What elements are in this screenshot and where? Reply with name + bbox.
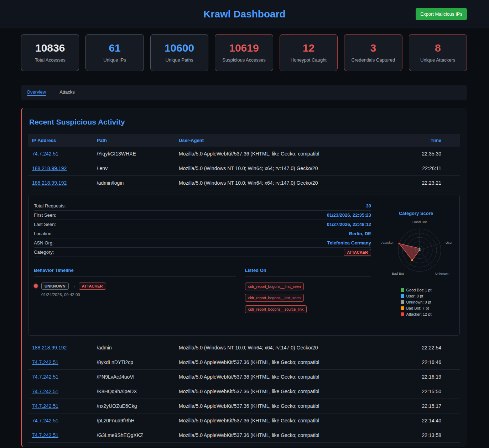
stat-card-unique-ips: 61Unique IPs bbox=[85, 34, 144, 71]
stat-card-credentials-captured: 3Credentials Captured bbox=[344, 34, 402, 71]
table-row[interactable]: 188.218.99.192/adminMozilla/5.0 (Windows… bbox=[28, 341, 460, 355]
legend-item: Bad Bot: 7 pt bbox=[401, 306, 432, 310]
cell-path: /G3Lme9ShEQgXKZ bbox=[93, 428, 175, 443]
stat-card-total-accesses: 10836Total Accesses bbox=[21, 34, 79, 71]
cell-ip: 188.218.99.192 bbox=[28, 341, 93, 355]
detail-field: Total Requests:39 bbox=[34, 201, 371, 211]
timeline-body: UNKNOWN→ATTACKER01/24/2026, 09:42:00 bbox=[41, 283, 106, 297]
ip-link[interactable]: 74.7.242.51 bbox=[32, 389, 58, 394]
cell-time: 22:22:54 bbox=[399, 341, 460, 355]
table-row[interactable]: 74.7.242.51/pLz0Fnua9fRhHMozilla/5.0 App… bbox=[28, 413, 460, 428]
stat-card-suspicious-accesses: 10619Suspicious Accesses bbox=[215, 34, 273, 71]
timeline-to-badge: ATTACKER bbox=[79, 283, 106, 290]
cell-time: 22:16:19 bbox=[399, 370, 460, 384]
field-value: Telefonica Germany bbox=[327, 240, 371, 246]
listed-on-badge[interactable]: cidr_report_bogons__last_seen bbox=[245, 294, 304, 302]
cell-path: /nx2yUOZuE6Ckg bbox=[93, 399, 175, 413]
field-label: Total Requests: bbox=[34, 203, 66, 209]
cell-user-agent: Mozilla/5.0 (Windows NT 10.0; Win64; x64… bbox=[175, 341, 399, 355]
stat-value: 10600 bbox=[154, 42, 205, 54]
cell-time: 22:23:21 bbox=[399, 176, 460, 190]
listed-on-badge[interactable]: cidr_report_bogons__first_seen bbox=[245, 283, 304, 290]
listed-on-badge[interactable]: cidr_report_bogons__source_link bbox=[245, 305, 307, 313]
svg-text:Good Bot: Good Bot bbox=[412, 220, 427, 224]
table-row[interactable]: 74.7.242.51/K8HQq9hAipeDXMozilla/5.0 App… bbox=[28, 384, 460, 399]
cell-time: 22:15:50 bbox=[399, 384, 460, 399]
cell-ip: 188.218.99.192 bbox=[28, 176, 93, 190]
cell-ip: 74.7.242.51 bbox=[28, 355, 93, 370]
tab-overview[interactable]: Overview bbox=[27, 89, 46, 96]
ip-link[interactable]: 74.7.242.51 bbox=[32, 403, 58, 409]
table-row[interactable]: 188.218.99.192/.envMozilla/5.0 (Windows … bbox=[28, 161, 460, 176]
cell-path: /8ykdLnDYTi2cp bbox=[93, 355, 175, 370]
field-label: First Seen: bbox=[34, 212, 56, 218]
ip-link[interactable]: 74.7.242.51 bbox=[32, 374, 58, 380]
ip-detail-left: Total Requests:39First Seen:01/23/2026, … bbox=[28, 195, 377, 335]
cell-user-agent: Mozilla/5.0 AppleWebKit/537.36 (KHTML, l… bbox=[175, 428, 399, 443]
ip-link[interactable]: 74.7.242.51 bbox=[32, 432, 58, 438]
ip-link[interactable]: 74.7.242.51 bbox=[32, 418, 58, 423]
legend-item: Attacker: 12 pt bbox=[401, 312, 432, 316]
stat-label: Credentials Captured bbox=[347, 57, 399, 63]
cell-user-agent: Mozilla/5.0 AppleWebKit/537.36 (KHTML, l… bbox=[175, 355, 399, 370]
table-row[interactable]: 74.7.242.51/YiqykGI13WHXEMozilla/5.0 App… bbox=[28, 147, 460, 161]
table-row[interactable]: 74.7.242.51/nx2yUOZuE6CkgMozilla/5.0 App… bbox=[28, 399, 460, 413]
cell-user-agent: Mozilla/5.0 AppleWebKit/537.36 (KHTML, l… bbox=[175, 399, 399, 413]
cell-ip: 74.7.242.51 bbox=[28, 413, 93, 428]
stat-label: Unique Paths bbox=[154, 57, 205, 63]
table-row[interactable]: 74.7.242.51/G3Lme9ShEQgXKZMozilla/5.0 Ap… bbox=[28, 428, 460, 443]
radar-chart: Good BotUserUnknownBad BotAttacker bbox=[377, 217, 462, 281]
category-score-section: Category Score Good BotUserUnknownBad Bo… bbox=[377, 195, 459, 335]
field-value: 01/23/2026, 22:35:23 bbox=[327, 212, 371, 218]
table-row[interactable]: 74.7.242.51/PN9LvAcJ4uoVfMozilla/5.0 App… bbox=[28, 370, 460, 384]
behavior-timeline-title: Behavior Timeline bbox=[34, 268, 236, 276]
ip-link[interactable]: 188.218.99.192 bbox=[32, 180, 67, 186]
timeline-timestamp: 01/24/2026, 09:42:00 bbox=[41, 292, 106, 297]
cell-time: 22:16:46 bbox=[399, 355, 460, 370]
legend-item: Unknown: 0 pt bbox=[401, 300, 432, 304]
detail-field: Last Seen:01/27/2026, 22:48:12 bbox=[34, 220, 371, 229]
field-label: Location: bbox=[34, 231, 53, 236]
stat-value: 12 bbox=[283, 42, 334, 54]
stat-value: 8 bbox=[412, 42, 464, 54]
timeline-events: UNKNOWN→ATTACKER01/24/2026, 09:42:00 bbox=[34, 283, 236, 297]
behavior-timeline-section: Behavior Timeline UNKNOWN→ATTACKER01/24/… bbox=[34, 268, 236, 313]
stat-card-unique-paths: 10600Unique Paths bbox=[150, 34, 208, 71]
cell-path: /YiqykGI13WHXE bbox=[93, 147, 175, 161]
listed-on-badges: cidr_report_bogons__first_seencidr_repor… bbox=[245, 283, 363, 313]
svg-text:Unknown: Unknown bbox=[435, 272, 449, 275]
ip-link[interactable]: 74.7.242.51 bbox=[32, 359, 58, 365]
stat-label: Total Accesses bbox=[24, 57, 76, 63]
column-header-ipaddress: IP Address bbox=[28, 134, 93, 147]
tab-attacks[interactable]: Attacks bbox=[59, 89, 75, 96]
cell-time: 22:13:58 bbox=[399, 428, 460, 443]
ip-link[interactable]: 74.7.242.51 bbox=[32, 151, 58, 157]
legend-label: Attacker: 12 pt bbox=[406, 312, 432, 316]
table-row[interactable]: 188.218.99.192/admin/loginMozilla/5.0 (W… bbox=[28, 176, 460, 190]
ip-link[interactable]: 188.218.99.192 bbox=[32, 165, 67, 171]
svg-text:User: User bbox=[446, 241, 453, 244]
cell-ip: 74.7.242.51 bbox=[28, 147, 93, 161]
table-body: 74.7.242.51/YiqykGI13WHXEMozilla/5.0 App… bbox=[28, 147, 460, 443]
legend-label: Bad Bot: 7 pt bbox=[406, 306, 429, 310]
legend-item: User: 0 pt bbox=[401, 294, 432, 298]
column-header-time: Time bbox=[399, 134, 460, 147]
ip-link[interactable]: 188.218.99.192 bbox=[32, 345, 67, 351]
legend-swatch bbox=[401, 300, 404, 304]
stat-card-unique-attackers: 8Unique Attackers bbox=[409, 34, 467, 71]
stat-label: Unique Attackers bbox=[412, 57, 464, 63]
timeline-event: UNKNOWN→ATTACKER01/24/2026, 09:42:00 bbox=[34, 283, 236, 297]
cell-ip: 188.218.99.192 bbox=[28, 161, 93, 176]
cell-user-agent: Mozilla/5.0 AppleWebKit/537.36 (KHTML, l… bbox=[175, 370, 399, 384]
stat-label: Unique IPs bbox=[89, 57, 140, 63]
field-label: Last Seen: bbox=[34, 222, 56, 227]
cell-time: 22:35:30 bbox=[399, 147, 460, 161]
field-value: 01/27/2026, 22:48:12 bbox=[327, 222, 371, 227]
suspicious-activity-table: IP AddressPathUser-AgentTime 74.7.242.51… bbox=[28, 134, 460, 443]
detail-fields: Total Requests:39First Seen:01/23/2026, … bbox=[34, 201, 371, 257]
radar-legend: Good Bot: 1 ptUser: 0 ptUnknown: 0 ptBad… bbox=[401, 288, 432, 318]
export-malicious-ips-button[interactable]: Export Malicious IPs bbox=[416, 8, 467, 20]
panel-title: Recent Suspicious Activity bbox=[29, 118, 460, 126]
table-row[interactable]: 74.7.242.51/8ykdLnDYTi2cpMozilla/5.0 App… bbox=[28, 355, 460, 370]
legend-label: Unknown: 0 pt bbox=[406, 300, 431, 304]
